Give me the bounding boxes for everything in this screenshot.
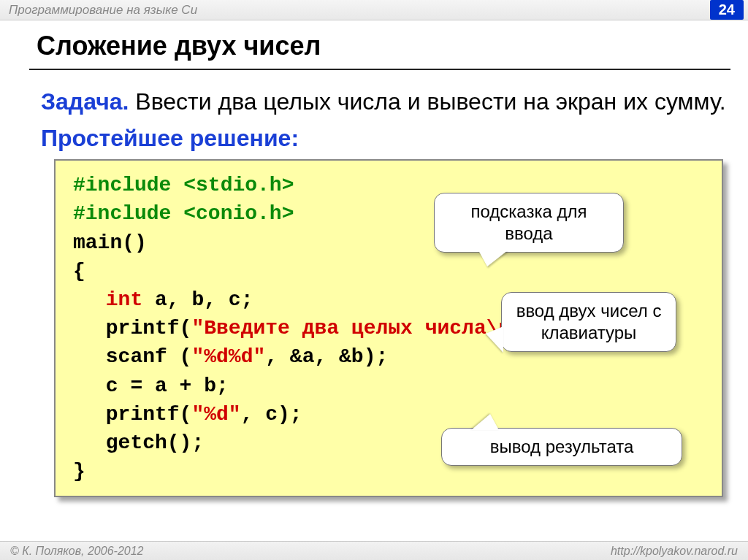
- code-wrapper: #include <stdio.h> #include <conio.h> ma…: [54, 159, 723, 497]
- code-text: scanf (: [106, 345, 192, 368]
- page-number-badge: 24: [710, 0, 744, 20]
- callout-output: вывод результата: [441, 428, 682, 466]
- code-text: printf(: [106, 403, 192, 426]
- code-text: main(): [73, 231, 147, 254]
- footer-url: http://kpolyakov.narod.ru: [611, 545, 738, 558]
- code-string: "Введите два целых числа\n": [191, 317, 523, 340]
- code-keyword: #include: [73, 202, 183, 225]
- code-header: <conio.h>: [183, 202, 294, 225]
- callout-input-hint: подсказка для ввода: [434, 193, 624, 253]
- code-text: , &a, &b);: [265, 345, 388, 368]
- footer-copyright: © К. Поляков, 2006-2012: [10, 545, 143, 558]
- code-text: printf(: [106, 317, 192, 340]
- code-text: c = a + b;: [106, 375, 229, 397]
- slide-footer: © К. Поляков, 2006-2012 http://kpolyakov…: [0, 541, 748, 560]
- code-text: , c);: [241, 403, 302, 426]
- title-row: Сложение двух чисел: [29, 26, 730, 70]
- callout-scanf: ввод двух чисел с клавиатуры: [501, 292, 676, 352]
- code-text: a, b, c;: [142, 288, 253, 311]
- course-title: Программирование на языке Си: [9, 3, 197, 18]
- code-keyword: int: [106, 288, 142, 311]
- slide-title: Сложение двух чисел: [37, 31, 730, 61]
- task-text: Ввести два целых числа и вывести на экра…: [129, 88, 725, 115]
- task-paragraph: Задача. Ввести два целых числа и вывести…: [41, 86, 730, 118]
- code-text: getch();: [106, 431, 204, 454]
- callout-text: ввод двух чисел с клавиатуры: [516, 301, 662, 342]
- code-header: <stdio.h>: [183, 174, 294, 196]
- callout-text: вывод результата: [490, 437, 634, 456]
- task-label: Задача.: [41, 88, 129, 115]
- slide-body: Сложение двух чисел Задача. Ввести два ц…: [0, 20, 748, 497]
- code-string: "%d%d": [191, 345, 265, 368]
- code-text: }: [73, 460, 85, 483]
- code-text: {: [73, 260, 85, 283]
- slide-header: Программирование на языке Си 24: [0, 0, 748, 20]
- solution-label: Простейшее решение:: [41, 125, 730, 152]
- code-string: "%d": [191, 403, 240, 426]
- code-keyword: #include: [73, 174, 183, 196]
- callout-text: подсказка для ввода: [471, 202, 587, 243]
